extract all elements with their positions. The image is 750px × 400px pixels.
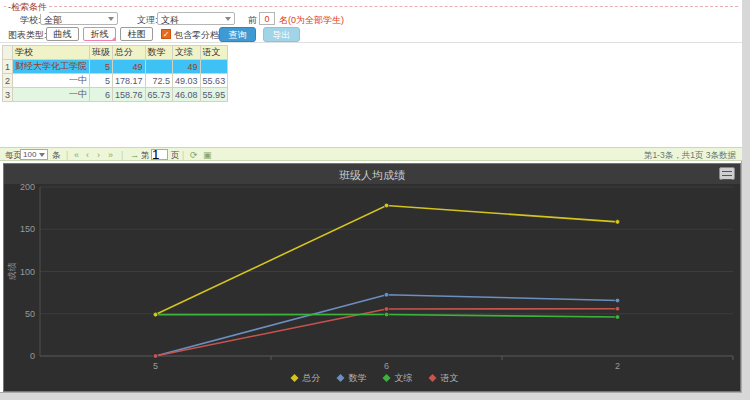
chart-type-line-button[interactable]: 折线	[83, 27, 116, 41]
header-total[interactable]: 总分	[113, 46, 146, 60]
header-wenzong[interactable]: 文综	[173, 46, 201, 60]
prev-page-icon[interactable]: ‹	[86, 150, 89, 160]
next-page-icon[interactable]: ›	[97, 150, 100, 160]
score-chart: 班级人均成绩 050100150200562总分数学文综语文成绩	[3, 163, 741, 392]
chart-type-bar-button[interactable]: 柱图	[120, 27, 153, 41]
header-yuwen[interactable]: 语文	[200, 46, 228, 60]
filter-row-2: 图表类型: 曲线 折线 柱图 ✓ 包含零分档 查询 导出	[0, 27, 742, 42]
grid-toggle-icon[interactable]: ▣	[203, 150, 212, 160]
grid-region: 学校 班级 总分 数学 文综 语文 1 财经大学化工学院 5 49	[0, 42, 742, 147]
svg-text:50: 50	[25, 309, 35, 319]
svg-text:6: 6	[384, 361, 389, 371]
per-page-suffix: 条	[52, 150, 61, 162]
include-zero-label: 包含零分档	[174, 29, 219, 42]
chevron-down-icon	[225, 17, 231, 21]
chart-type-label: 图表类型:	[8, 29, 47, 42]
svg-text:语文: 语文	[441, 373, 459, 383]
chart-menu-icon[interactable]	[719, 167, 735, 180]
header-rownum	[3, 46, 13, 60]
chart-titlebar: 班级人均成绩	[4, 164, 740, 184]
line-chart-canvas[interactable]: 050100150200562总分数学文综语文成绩	[4, 184, 740, 391]
svg-text:总分: 总分	[302, 373, 321, 383]
pager-summary: 第1-3条，共1页 3条数据	[644, 150, 736, 162]
panel-title[interactable]: -检索条件	[6, 1, 49, 14]
chart-type-curve-button[interactable]: 曲线	[46, 27, 79, 41]
header-class[interactable]: 班级	[90, 46, 113, 60]
export-button[interactable]: 导出	[263, 27, 300, 42]
school-select-value: 全部	[44, 15, 62, 25]
cell-school: 一中	[13, 74, 90, 88]
last-page-icon[interactable]: »	[108, 150, 113, 160]
per-page-select[interactable]: 100	[20, 149, 48, 160]
table-row[interactable]: 2 一中 5 178.17 72.5 49.03 55.63	[3, 74, 228, 88]
school-select[interactable]: 全部	[40, 12, 118, 25]
svg-text:0: 0	[30, 351, 35, 361]
page-suffix: 页	[171, 150, 180, 162]
query-button[interactable]: 查询	[219, 27, 256, 42]
refresh-icon[interactable]: ⟳	[190, 150, 198, 160]
page-prefix: 第	[141, 150, 150, 162]
school-label: 学校:	[20, 14, 41, 27]
top-label: 前	[248, 14, 257, 27]
panel-divider	[4, 6, 738, 7]
chevron-down-icon	[108, 17, 114, 21]
svg-text:成绩: 成绩	[7, 263, 17, 281]
first-page-icon[interactable]: «	[74, 150, 79, 160]
svg-text:5: 5	[153, 361, 158, 371]
go-page-icon[interactable]: →	[130, 150, 139, 160]
main-content: -检索条件 学校: 全部 文理: 文科 前 名(0为全部学生) 图表	[0, 0, 742, 393]
svg-text:150: 150	[20, 224, 35, 234]
search-panel: -检索条件 学校: 全部 文理: 文科 前 名(0为全部学生) 图表	[0, 0, 742, 42]
wenli-label: 文理:	[137, 14, 158, 27]
pager-bar: 每页 100 条 | « ‹ › » | → 第 页 | ⟳ ▣ 第1-3条，共…	[0, 147, 742, 161]
chart-title: 班级人均成绩	[4, 168, 740, 183]
app-window: -检索条件 学校: 全部 文理: 文科 前 名(0为全部学生) 图表	[0, 0, 750, 400]
page-number-input[interactable]	[151, 149, 168, 160]
svg-text:数学: 数学	[349, 373, 367, 383]
wenli-select-value: 文科	[161, 15, 179, 25]
svg-text:200: 200	[20, 184, 35, 192]
svg-text:2: 2	[615, 361, 620, 371]
top-suffix-note: 名(0为全部学生)	[279, 14, 344, 27]
chevron-down-icon	[39, 153, 45, 157]
cell-school: 一中	[13, 88, 90, 102]
wenli-select[interactable]: 文科	[157, 12, 235, 25]
results-table: 学校 班级 总分 数学 文综 语文 1 财经大学化工学院 5 49	[2, 45, 228, 102]
top-count-input[interactable]	[259, 12, 275, 25]
header-school[interactable]: 学校	[13, 46, 90, 60]
panel-header: -检索条件	[4, 1, 738, 10]
svg-text:文综: 文综	[395, 373, 413, 383]
include-zero-checkbox[interactable]: ✓	[161, 29, 171, 39]
table-row[interactable]: 3 一中 6 158.76 65.73 46.08 55.95	[3, 88, 228, 102]
filter-row-1: 学校: 全部 文理: 文科 前 名(0为全部学生)	[0, 12, 742, 26]
cell-school: 财经大学化工学院	[13, 60, 90, 74]
table-header-row: 学校 班级 总分 数学 文综 语文	[3, 46, 228, 60]
svg-text:100: 100	[20, 267, 35, 277]
header-math[interactable]: 数学	[145, 46, 173, 60]
table-row[interactable]: 1 财经大学化工学院 5 49 49	[3, 60, 228, 74]
